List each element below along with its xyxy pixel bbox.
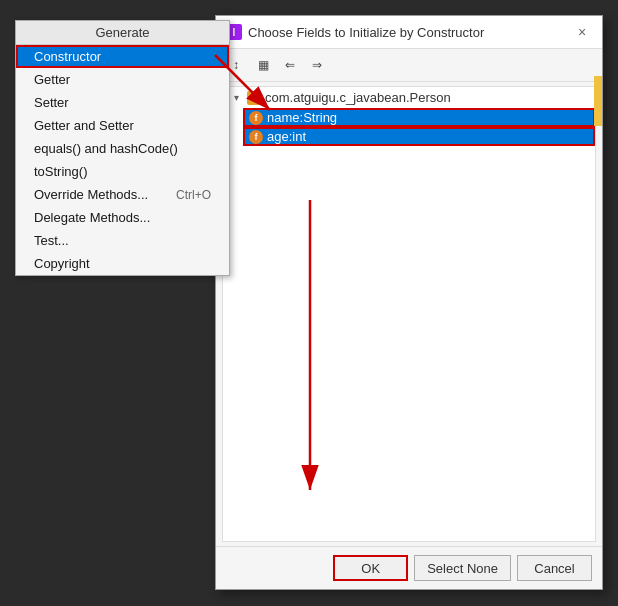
menu-item-tostring[interactable]: toString() <box>16 160 229 183</box>
dialog-tree: ▾ c com.atguigu.c_javabean.Person f name… <box>222 86 596 542</box>
toolbar-align-left-button[interactable]: ⇐ <box>278 54 302 76</box>
dialog-close-button[interactable]: × <box>572 22 592 42</box>
menu-item-copyright-label: Copyright <box>34 256 90 271</box>
menu-item-constructor-label: Constructor <box>34 49 101 64</box>
class-icon: c <box>247 91 261 105</box>
context-menu-title: Generate <box>16 21 229 45</box>
menu-item-getter-label: Getter <box>34 72 70 87</box>
menu-item-override-methods-label: Override Methods... <box>34 187 148 202</box>
menu-item-delegate-methods-label: Delegate Methods... <box>34 210 150 225</box>
cancel-button[interactable]: Cancel <box>517 555 592 581</box>
align-left-icon: ⇐ <box>285 58 295 72</box>
dialog-toolbar: ↕ ▦ ⇐ ⇒ <box>216 49 602 82</box>
toolbar-group-button[interactable]: ▦ <box>251 54 275 76</box>
menu-item-equals-hashcode-label: equals() and hashCode() <box>34 141 178 156</box>
field-name-icon: f <box>249 111 263 125</box>
menu-item-getter[interactable]: Getter <box>16 68 229 91</box>
menu-item-test-label: Test... <box>34 233 69 248</box>
menu-item-constructor[interactable]: Constructor <box>16 45 229 68</box>
field-name-label: name:String <box>267 110 337 125</box>
menu-item-equals-hashcode[interactable]: equals() and hashCode() <box>16 137 229 160</box>
tree-field-age[interactable]: f age:int <box>243 127 595 146</box>
align-right-icon: ⇒ <box>312 58 322 72</box>
dialog-title-text: Choose Fields to Initialize by Construct… <box>248 25 484 40</box>
group-icon: ▦ <box>258 58 269 72</box>
sort-icon: ↕ <box>233 58 239 72</box>
field-age-label: age:int <box>267 129 306 144</box>
menu-item-setter-label: Setter <box>34 95 69 110</box>
menu-item-tostring-label: toString() <box>34 164 87 179</box>
menu-item-override-methods[interactable]: Override Methods... Ctrl+O <box>16 183 229 206</box>
context-menu: Generate Constructor Getter Setter Gette… <box>15 20 230 276</box>
field-age-icon: f <box>249 130 263 144</box>
select-none-button[interactable]: Select None <box>414 555 511 581</box>
menu-item-setter[interactable]: Setter <box>16 91 229 114</box>
dialog-titlebar: I Choose Fields to Initialize by Constru… <box>216 16 602 49</box>
yellow-scroll-bar[interactable] <box>594 76 602 126</box>
tree-root-node: ▾ c com.atguigu.c_javabean.Person <box>223 87 595 108</box>
tree-children: f name:String f age:int <box>243 108 595 146</box>
class-label: com.atguigu.c_javabean.Person <box>265 90 451 105</box>
tree-field-name[interactable]: f name:String <box>243 108 595 127</box>
dialog-title-left: I Choose Fields to Initialize by Constru… <box>226 24 484 40</box>
menu-item-delegate-methods[interactable]: Delegate Methods... <box>16 206 229 229</box>
dialog-footer: OK Select None Cancel <box>216 546 602 589</box>
menu-item-copyright[interactable]: Copyright <box>16 252 229 275</box>
toolbar-align-right-button[interactable]: ⇒ <box>305 54 329 76</box>
menu-item-override-methods-shortcut: Ctrl+O <box>176 188 211 202</box>
menu-item-test[interactable]: Test... <box>16 229 229 252</box>
menu-item-getter-setter[interactable]: Getter and Setter <box>16 114 229 137</box>
menu-item-getter-setter-label: Getter and Setter <box>34 118 134 133</box>
tree-expand-icon[interactable]: ▾ <box>229 91 243 105</box>
tree-class-node: c com.atguigu.c_javabean.Person <box>247 90 451 105</box>
ok-button[interactable]: OK <box>333 555 408 581</box>
dialog: I Choose Fields to Initialize by Constru… <box>215 15 603 590</box>
